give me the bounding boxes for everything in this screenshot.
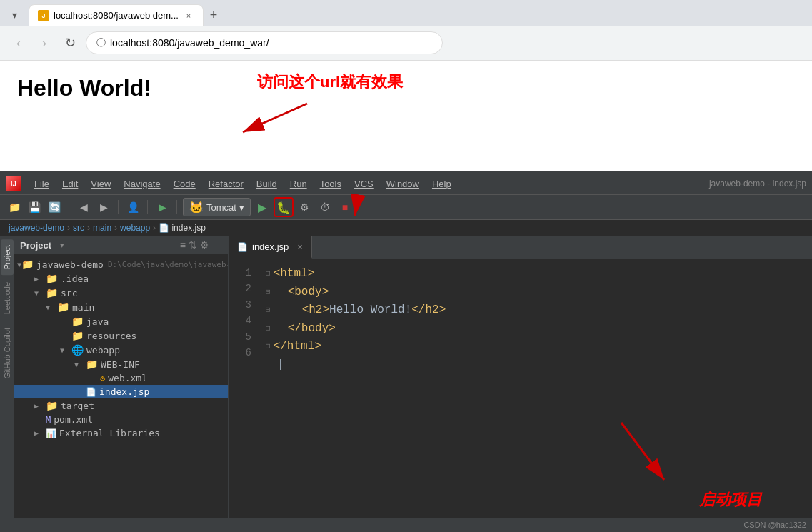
tree-target[interactable]: ▶ 📁 target bbox=[14, 398, 228, 413]
code-line-1: ⊟ <html> bbox=[266, 265, 803, 283]
editor-tab-label: index.jsp bbox=[252, 241, 289, 252]
ide-section: IJ File Edit View Navigate Code Refactor… bbox=[0, 171, 812, 532]
fwd-nav-btn[interactable]: ▶ bbox=[95, 199, 112, 216]
debug-button[interactable]: 🐛 bbox=[274, 197, 294, 217]
save-btn[interactable]: 💾 bbox=[26, 199, 43, 216]
root-path: D:\Code\java\demo\javaweb-demo bbox=[108, 260, 228, 269]
extlibs-label: External Libraries bbox=[59, 428, 160, 438]
panel-title: Project bbox=[20, 240, 51, 251]
open-btn[interactable]: 📁 bbox=[6, 199, 23, 216]
tab-close-btn[interactable]: × bbox=[183, 10, 194, 21]
browser-chrome: ▾ J localhost:8080/javaweb dem... × + ‹ … bbox=[0, 0, 812, 61]
tree-idea[interactable]: ▶ 📁 .idea bbox=[14, 271, 228, 286]
panel-gear[interactable]: ⚙ bbox=[200, 239, 209, 251]
back-btn[interactable]: ‹ bbox=[9, 33, 29, 53]
src-icon: 📁 bbox=[46, 287, 58, 298]
profile-btn[interactable]: ⏱ bbox=[316, 199, 334, 216]
run-button[interactable]: ▶ bbox=[254, 199, 271, 216]
editor-tab-indexjsp[interactable]: 📄 index.jsp × bbox=[229, 236, 312, 259]
menu-tools[interactable]: Tools bbox=[314, 176, 347, 192]
idea-arrow: ▶ bbox=[34, 275, 46, 283]
code-line-5: ⊟ </html> bbox=[266, 338, 803, 356]
menu-view[interactable]: View bbox=[85, 176, 116, 192]
browser-tab-active[interactable]: J localhost:8080/javaweb dem... × bbox=[29, 4, 204, 26]
code-line-6: | bbox=[266, 356, 803, 375]
panel-dropdown[interactable]: ▾ bbox=[60, 241, 64, 250]
main-arrow: ▼ bbox=[46, 303, 57, 311]
user-btn[interactable]: 👤 bbox=[124, 199, 141, 216]
pomxml-icon: M bbox=[46, 415, 51, 425]
tree-indexjsp[interactable]: 📄 index.jsp bbox=[14, 385, 228, 398]
ide-main: Project Leetcode GitHub Copilot Project … bbox=[0, 236, 812, 527]
forward-btn[interactable]: › bbox=[34, 33, 54, 53]
menu-navigate[interactable]: Navigate bbox=[118, 176, 166, 192]
tree-java[interactable]: 📁 java bbox=[14, 314, 228, 328]
menu-code[interactable]: Code bbox=[168, 176, 201, 192]
bottom-bar-text: CSDN @hac1322 bbox=[743, 521, 806, 529]
target-label: target bbox=[61, 401, 94, 411]
tree-main[interactable]: ▼ 📁 main bbox=[14, 300, 228, 314]
menu-file[interactable]: File bbox=[29, 176, 55, 192]
menu-help[interactable]: Help bbox=[426, 176, 457, 192]
new-tab-btn[interactable]: + bbox=[204, 5, 224, 25]
bc-sep-2: › bbox=[87, 223, 90, 233]
webapp-icon: 🌐 bbox=[71, 344, 84, 356]
run-config-label: Tomcat bbox=[206, 202, 236, 213]
menu-build[interactable]: Build bbox=[251, 176, 283, 192]
refresh-btn[interactable]: ↻ bbox=[60, 33, 80, 53]
menu-run[interactable]: Run bbox=[284, 176, 313, 192]
coverage-btn[interactable]: ⚙ bbox=[296, 199, 314, 216]
sync-btn[interactable]: 🔄 bbox=[46, 199, 63, 216]
ide-side-tabs: Project Leetcode GitHub Copilot bbox=[0, 236, 14, 527]
panel-action-2[interactable]: ⇅ bbox=[189, 239, 197, 251]
indexjsp-label: index.jsp bbox=[99, 386, 149, 397]
hello-world-heading: Hello World! bbox=[17, 75, 795, 101]
bc-src[interactable]: src bbox=[73, 223, 84, 233]
bc-webapp[interactable]: webapp bbox=[120, 223, 150, 233]
run-config-selector[interactable]: 🐱 Tomcat ▾ bbox=[183, 198, 251, 216]
code-area[interactable]: ⊟ <html> ⊟ <body> ⊟ <h2>Hello World!</h2… bbox=[257, 259, 812, 527]
tree-resources[interactable]: 📁 resources bbox=[14, 328, 228, 343]
ide-editor: 📄 index.jsp × 1 2 3 4 5 6 ⊟ bbox=[229, 236, 812, 527]
menu-refactor[interactable]: Refactor bbox=[203, 176, 249, 192]
webinf-icon: 📁 bbox=[86, 358, 98, 370]
panel-action-1[interactable]: ≡ bbox=[180, 239, 186, 251]
target-arrow: ▶ bbox=[34, 402, 46, 410]
src-arrow: ▼ bbox=[34, 289, 46, 297]
tree-webxml[interactable]: ⚙ web.xml bbox=[14, 371, 228, 385]
tab-dropdown-btn[interactable]: ▾ bbox=[6, 6, 23, 24]
tree-extlibs[interactable]: ▶ 📊 External Libraries bbox=[14, 426, 228, 440]
tree-src[interactable]: ▼ 📁 src bbox=[14, 286, 228, 300]
fold-1: ⊟ bbox=[266, 268, 271, 281]
ln-3: 3 bbox=[229, 297, 251, 313]
tree-webapp[interactable]: ▼ 🌐 webapp bbox=[14, 343, 228, 357]
menu-window[interactable]: Window bbox=[381, 176, 425, 192]
panel-minimize[interactable]: — bbox=[212, 239, 222, 251]
side-tab-project[interactable]: Project bbox=[1, 239, 14, 275]
tree-root[interactable]: ▼ 📁 javaweb-demo D:\Code\java\demo\javaw… bbox=[14, 257, 228, 271]
editor-tab-close[interactable]: × bbox=[297, 241, 303, 252]
tree-webinf[interactable]: ▼ 📁 WEB-INF bbox=[14, 357, 228, 371]
back-nav-btn[interactable]: ◀ bbox=[75, 199, 92, 216]
ln-5: 5 bbox=[229, 329, 251, 345]
main-icon: 📁 bbox=[57, 301, 69, 313]
run-config-dropdown: ▾ bbox=[239, 202, 244, 213]
ide-window-title: javaweb-demo - index.jsp bbox=[709, 179, 806, 189]
menu-vcs[interactable]: VCS bbox=[349, 176, 379, 192]
target-icon: 📁 bbox=[46, 400, 58, 411]
bc-main[interactable]: main bbox=[93, 223, 111, 233]
ide-bottom-bar: CSDN @hac1322 bbox=[0, 518, 812, 532]
ide-toolbar: 📁 💾 🔄 ◀ ▶ 👤 ▶ 🐱 Tomcat ▾ ▶ 🐛 ⚙ ⏱ ■ bbox=[0, 194, 812, 220]
url-input[interactable]: ⓘ localhost:8080/javaweb_demo_war/ bbox=[86, 31, 443, 54]
side-tab-copilot[interactable]: GitHub Copilot bbox=[1, 322, 14, 385]
bookmark-btn[interactable]: ▶ bbox=[154, 199, 171, 216]
line-numbers: 1 2 3 4 5 6 bbox=[229, 259, 257, 527]
file-tree: ▼ 📁 javaweb-demo D:\Code\java\demo\javaw… bbox=[14, 254, 228, 527]
toolbar-sep-4 bbox=[176, 200, 177, 214]
ln-4: 4 bbox=[229, 313, 251, 328]
bc-project[interactable]: javaweb-demo bbox=[9, 223, 64, 233]
side-tab-leetcode[interactable]: Leetcode bbox=[1, 276, 14, 320]
stop-button[interactable]: ■ bbox=[336, 199, 354, 216]
tree-pomxml[interactable]: M pom.xml bbox=[14, 413, 228, 426]
menu-edit[interactable]: Edit bbox=[56, 176, 84, 192]
